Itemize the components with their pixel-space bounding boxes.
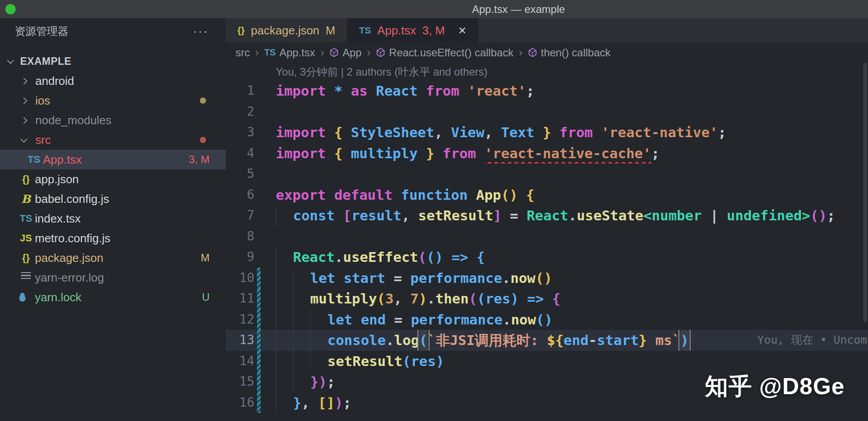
indent-guide <box>276 351 293 372</box>
gutter-slot <box>257 205 261 226</box>
code-token: setResult <box>418 205 493 226</box>
file-label: babel.config.js <box>35 192 109 206</box>
more-actions-icon[interactable]: ··· <box>193 25 209 38</box>
code-token <box>468 247 476 268</box>
inline-blame-annotation: You, 现在 • Uncom <box>757 330 868 351</box>
sidebar-item-metro.config.js[interactable]: JSmetro.config.js <box>0 228 226 248</box>
sidebar-item-node_modules[interactable]: node_modules <box>0 110 226 130</box>
code-token: as <box>342 80 376 101</box>
main-body: 资源管理器 ··· EXAMPLE androidiosnode_modules… <box>0 18 868 421</box>
code-token: import <box>276 143 326 164</box>
code-token: import <box>276 80 326 101</box>
code-line-14[interactable]: 14setResult(res) <box>226 351 868 372</box>
code-token: multiply <box>310 288 377 309</box>
code-token: start <box>344 268 385 289</box>
status-badge: 3, M <box>189 153 210 166</box>
file-label: src <box>35 133 51 147</box>
code-token: useEffect <box>343 247 418 268</box>
gutter-spacer <box>261 80 276 101</box>
breadcrumb-label: React.useEffect() callback <box>389 46 513 59</box>
code-token: useState <box>577 205 643 226</box>
indent-guide <box>276 247 293 268</box>
babel-icon: B <box>17 193 35 206</box>
code-token: `非JSI调用耗时: <box>428 330 547 351</box>
code-token: { <box>552 288 560 309</box>
sidebar-item-index.tsx[interactable]: TSindex.tsx <box>0 209 226 228</box>
code-token: () <box>810 205 827 226</box>
code-token: () <box>426 247 443 268</box>
breadcrumb-item-1[interactable]: src <box>236 46 250 59</box>
code-line-10[interactable]: 10let start = performance.now() <box>226 268 868 289</box>
code-line-2[interactable]: 2 <box>226 101 868 122</box>
code-token: { <box>476 247 485 268</box>
explorer-header: 资源管理器 ··· <box>0 18 226 44</box>
section-example[interactable]: EXAMPLE <box>0 51 226 71</box>
code-line-5[interactable]: 5 <box>226 164 868 185</box>
code-line-4[interactable]: 4import { multiply } from 'react-native-… <box>226 143 868 164</box>
code-token <box>326 80 334 101</box>
sidebar-item-App.tsx[interactable]: TSApp.tsx3, M <box>0 150 226 169</box>
sidebar-item-yarn.lock[interactable]: yarn.lockU <box>0 287 226 307</box>
tree-indent-guide <box>22 150 23 169</box>
gutter-spacer <box>261 143 276 164</box>
gutter-slot <box>257 101 261 122</box>
breadcrumb-item-3[interactable]: App <box>329 46 362 59</box>
code-token: ( <box>419 330 428 351</box>
breadcrumb-item-2[interactable]: TSApp.tsx <box>264 46 315 59</box>
code-token: => <box>527 288 544 309</box>
gutter-spacer <box>261 247 276 268</box>
gutter-slot <box>257 143 261 164</box>
modified-dot-badge <box>200 97 206 104</box>
line-number: 7 <box>226 205 254 226</box>
sidebar-item-app.json[interactable]: {}app.json <box>0 169 226 189</box>
code-line-1[interactable]: 1import * as React from 'react'; <box>226 80 868 101</box>
modified-dot-badge <box>200 137 206 143</box>
code-token: React <box>293 247 335 268</box>
tab-App.tsx[interactable]: TSApp.tsx3, M× <box>347 18 478 42</box>
editor-scrollbar[interactable] <box>863 63 867 322</box>
breadcrumb-item-4[interactable]: React.useEffect() callback <box>376 46 513 59</box>
code-line-7[interactable]: 7const [result, setResult] = React.useSt… <box>226 205 868 226</box>
breadcrumb-label: App <box>342 46 362 59</box>
code-token <box>335 205 343 226</box>
code-token: ; <box>327 371 335 392</box>
code-line-12[interactable]: 12let end = performance.now() <box>226 309 868 330</box>
breadcrumb-item-5[interactable]: then() callback <box>528 46 611 59</box>
code-token: start <box>597 330 638 351</box>
explorer-sidebar: 资源管理器 ··· EXAMPLE androidiosnode_modules… <box>0 18 226 421</box>
code-token: <number <box>643 205 702 226</box>
tab-package.json[interactable]: {}package.jsonM <box>226 18 347 42</box>
code-token: StyleSheet <box>342 122 434 143</box>
code-token: ( <box>469 288 477 309</box>
sidebar-item-package.json[interactable]: {}package.jsonM <box>0 248 226 268</box>
sidebar-item-yarn-error.log[interactable]: yarn-error.log <box>0 268 226 287</box>
gutter-slot <box>257 185 261 206</box>
codelens-authors[interactable]: You, 3分钟前 | 2 authors (叶永平 and others) <box>226 63 868 80</box>
code-token <box>535 122 543 143</box>
sidebar-item-android[interactable]: android <box>0 71 226 91</box>
code-token: . <box>502 309 511 330</box>
gutter-slot <box>257 80 261 101</box>
file-label: index.tsx <box>35 212 81 226</box>
code-line-8[interactable]: 8 <box>226 226 868 247</box>
code-token: function <box>401 185 468 206</box>
traffic-light-green-icon[interactable] <box>5 4 16 14</box>
code-line-3[interactable]: 3import { StyleSheet, View, Text } from … <box>226 122 868 143</box>
code-token: performance <box>411 309 502 330</box>
code-editor[interactable]: You, 3分钟前 | 2 authors (叶永平 and others) 1… <box>226 63 868 421</box>
code-line-13[interactable]: 13console.log(`非JSI调用耗时: ${end-start} ms… <box>226 330 868 351</box>
code-line-11[interactable]: 11multiply(3, 7).then((res) => { <box>226 288 868 309</box>
breadcrumb-separator-icon: › <box>255 46 259 59</box>
code-token: log <box>394 330 419 351</box>
sidebar-item-babel.config.js[interactable]: Bbabel.config.js <box>0 189 226 209</box>
code-line-6[interactable]: 6export default function App() { <box>226 185 868 206</box>
indent-guide <box>293 288 311 309</box>
close-icon[interactable]: × <box>458 24 466 37</box>
code-token: - <box>589 330 597 351</box>
code-token: ; <box>526 80 535 101</box>
code-token: . <box>427 288 435 309</box>
symbol-icon <box>376 48 385 57</box>
sidebar-item-ios[interactable]: ios <box>0 91 226 110</box>
code-line-9[interactable]: 9React.useEffect(() => { <box>226 247 868 268</box>
sidebar-item-src[interactable]: src <box>0 130 226 150</box>
